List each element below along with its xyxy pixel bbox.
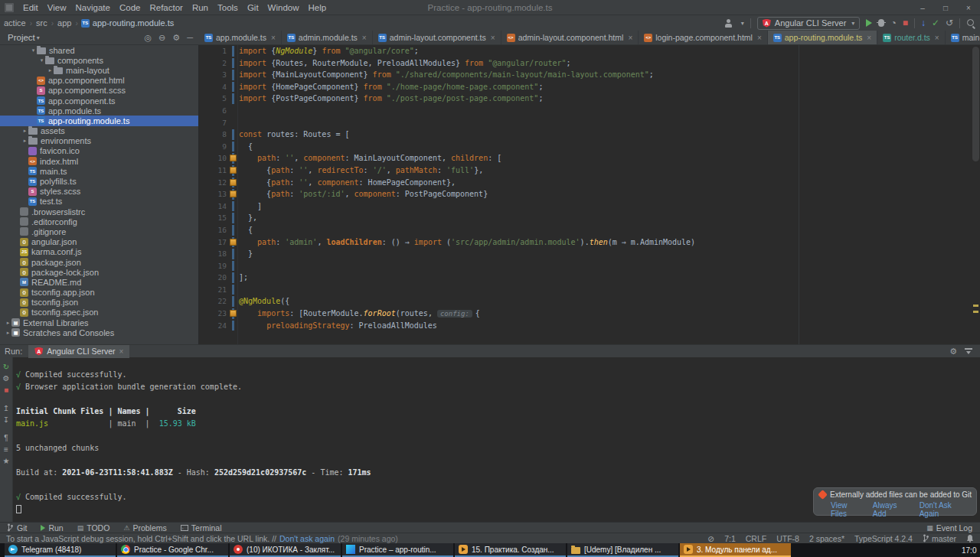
menu-code[interactable]: Code [115, 3, 145, 12]
menu-help[interactable]: Help [303, 3, 331, 12]
tree-item-shared[interactable]: ▾shared [0, 45, 198, 55]
editor-line-2[interactable]: 2import {Routes, RouterModule, PreloadAl… [199, 57, 980, 70]
up-icon[interactable]: ↥ [3, 405, 9, 412]
editor-line-9[interactable]: 9 { [199, 141, 980, 153]
stop-button[interactable]: ■ [903, 18, 908, 28]
maximize-button[interactable]: □ [934, 0, 957, 15]
editor-line-13[interactable]: 13 {path: 'post/:id', component: PostPag… [199, 188, 980, 200]
tree-item-gitignore[interactable]: .gitignore [0, 226, 198, 236]
editor-line-21[interactable]: 21 [199, 284, 980, 296]
tab-main-layout-component-ts[interactable]: TSmain-layout.component.ts× [946, 31, 980, 44]
tree-item-karma-conf-js[interactable]: JSkarma.conf.js [0, 247, 198, 257]
tab-app-routing-module-ts[interactable]: TSapp-routing.module.ts× [768, 31, 877, 44]
editor-line-15[interactable]: 15 }, [199, 212, 980, 224]
tree-item-scratches-and-consoles[interactable]: ▸▦Scratches and Consoles [0, 327, 198, 337]
indent-style[interactable]: 2 spaces* [809, 534, 844, 543]
tree-item-polyfills-ts[interactable]: TSpolyfills.ts [0, 176, 198, 186]
chevron-icon[interactable]: ▸ [5, 330, 11, 336]
notifications-icon[interactable] [966, 534, 974, 542]
tree-item-package-json[interactable]: {}package.json [0, 257, 198, 267]
taskbar-item-15[interactable]: 15. Практика. Создан... [455, 543, 566, 557]
scrollbar-thumb[interactable] [972, 47, 979, 161]
pin-icon[interactable]: ★ [3, 458, 10, 465]
editor-line-11[interactable]: 11 {path: '', redirectTo: '/', pathMatch… [199, 164, 980, 177]
menu-refactor[interactable]: Refactor [145, 3, 187, 12]
editor-line-19[interactable]: 19 [199, 260, 980, 272]
debug-button[interactable] [878, 19, 884, 27]
tree-item-main-ts[interactable]: TSmain.ts [0, 166, 198, 176]
menu-navigate[interactable]: Navigate [71, 3, 115, 12]
tree-item-environments[interactable]: ▸environments [0, 136, 198, 146]
settings-icon[interactable]: ⚙ [172, 33, 180, 43]
line-ending[interactable]: CRLF [746, 534, 766, 543]
gutter-route-icon[interactable] [230, 239, 237, 246]
tree-item-app-component-html[interactable]: <>app.component.html [0, 76, 198, 86]
taskbar-item-10[interactable]: (10) ИКОТИКА - Заклят... [230, 543, 341, 557]
popup-link-don-t-ask-again[interactable]: Don't Ask Again [920, 501, 971, 518]
run-tab[interactable]: A Angular CLI Server × [28, 345, 129, 358]
tab-router-d-ts[interactable]: TSrouter.d.ts× [877, 31, 946, 44]
tree-item-test-ts[interactable]: TStest.ts [0, 197, 198, 207]
taskbar-item-3[interactable]: 3. Модуль панели ад... [680, 543, 791, 557]
editor-line-18[interactable]: 18 } [199, 248, 980, 260]
chevron-icon[interactable]: ▾ [38, 57, 45, 64]
tree-item-app-routing-module-ts[interactable]: TSapp-routing.module.ts [0, 116, 198, 125]
commit-button[interactable]: ✓ [932, 18, 939, 28]
popup-link-always-add[interactable]: Always Add [873, 501, 911, 518]
taskbar-item-practice-app-routin[interactable]: Practice – app-routin... [342, 543, 453, 557]
close-icon[interactable]: × [119, 347, 124, 356]
editor-line-1[interactable]: 1import {NgModule} from "@angular/core"; [199, 45, 980, 57]
close-icon[interactable]: × [491, 34, 495, 42]
tab-login-page-component-html[interactable]: <>login-page.component.html× [639, 31, 768, 44]
editor-line-10[interactable]: 10 path: '', component: MainLayoutCompon… [199, 152, 980, 164]
locate-file-icon[interactable]: ◎ [145, 33, 152, 43]
popup-link-view-files[interactable]: View Files [831, 501, 864, 518]
tree-item-angular-json[interactable]: {}angular.json [0, 237, 198, 247]
tool-button-event-log[interactable]: ▦ Event Log [920, 523, 980, 533]
tree-item-readme-md[interactable]: MREADME.md [0, 277, 198, 287]
tree-item-browserslistrc[interactable]: .browserslistrc [0, 207, 198, 217]
tree-item-external-libraries[interactable]: ▸▤External Libraries [0, 318, 198, 327]
typescript-version[interactable]: TypeScript 4.2.4 [854, 534, 913, 543]
tree-item-editorconfig[interactable]: .editorconfig [0, 217, 198, 226]
breadcrumb-app[interactable]: app [57, 18, 72, 28]
stop-icon[interactable]: ■ [4, 386, 8, 394]
tool-button-terminal[interactable]: › Terminal [174, 523, 229, 533]
run-config-select[interactable]: A Angular CLI Server ▾ [757, 17, 861, 30]
warning-stripe-mark[interactable] [973, 305, 978, 307]
tree-item-app-component-scss[interactable]: Sapp.component.scss [0, 86, 198, 96]
breadcrumb-src[interactable]: src [35, 18, 48, 28]
rerun-icon[interactable]: ↻ [3, 363, 9, 371]
menu-edit[interactable]: Edit [18, 3, 43, 12]
hide-panel-icon[interactable] [965, 348, 972, 355]
enter-icon[interactable]: ¶ [4, 435, 8, 442]
settings-icon[interactable]: ⚙ [3, 375, 10, 383]
gutter-route-icon[interactable] [230, 310, 237, 317]
code-editor[interactable]: 1import {NgModule} from "@angular/core";… [199, 45, 980, 344]
editor-line-3[interactable]: 3import {MainLayoutComponent} from "./sh… [199, 69, 980, 81]
menu-view[interactable]: View [43, 3, 71, 12]
editor-line-16[interactable]: 16 { [199, 224, 980, 236]
editor-line-24[interactable]: 24 preloadingStrategy: PreloadAllModules [199, 320, 980, 332]
close-icon[interactable]: × [867, 34, 871, 42]
menu-window[interactable]: Window [263, 3, 304, 12]
caret-position[interactable]: 7:1 [724, 534, 736, 543]
taskbar-clock[interactable]: 17:0 [962, 546, 980, 555]
encoding[interactable]: UTF-8 [776, 534, 799, 543]
tree-item-assets[interactable]: ▸assets [0, 126, 198, 136]
breadcrumb-actice[interactable]: actice [3, 18, 27, 28]
mute-icon[interactable]: ⊘ [707, 534, 714, 543]
down-icon[interactable]: ↧ [3, 416, 9, 424]
app-logo-icon[interactable] [5, 3, 14, 12]
menu-tools[interactable]: Tools [213, 3, 243, 12]
close-icon[interactable]: × [935, 34, 939, 42]
tool-button-problems[interactable]: ⚠ Problems [116, 523, 173, 533]
close-icon[interactable]: × [757, 34, 762, 42]
editor-line-6[interactable]: 6 [199, 105, 980, 117]
warning-stripe-mark[interactable] [973, 311, 978, 313]
gutter-route-icon[interactable] [230, 167, 237, 174]
taskbar-item-practice-google-chr[interactable]: Practice - Google Chr... [117, 543, 228, 557]
project-panel-title[interactable]: Project [8, 33, 35, 42]
gutter-route-icon[interactable] [230, 179, 237, 186]
tab-admin-layout-component-ts[interactable]: TSadmin-layout.component.ts× [373, 31, 501, 44]
